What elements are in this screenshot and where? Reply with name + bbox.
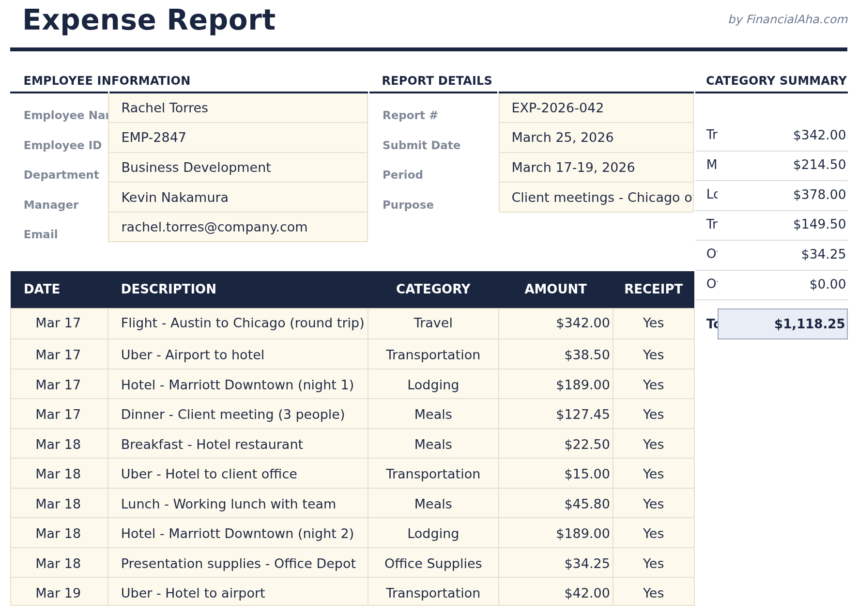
summary-category-label: Transportation <box>695 218 718 231</box>
employee-field-row: Email rachel.torres@company.com <box>10 213 368 243</box>
report-details-section: Report # EXP-2026-042 Submit Date March … <box>369 93 694 213</box>
expense-date: Mar 18 <box>11 488 108 518</box>
expense-description: Flight - Austin to Chicago (round trip) <box>108 308 368 339</box>
expense-amount: $34.25 <box>499 548 613 578</box>
byline: by FinancialAha.com <box>728 14 847 25</box>
expense-date: Mar 19 <box>11 577 108 605</box>
report-details-heading: REPORT DETAILS <box>382 75 492 87</box>
employee-field-value[interactable]: rachel.torres@company.com <box>108 213 368 243</box>
report-field-label: Report # <box>369 93 499 123</box>
employee-field-value[interactable]: EMP-2847 <box>108 123 368 153</box>
expense-row: Mar 18 Presentation supplies - Office De… <box>11 548 694 578</box>
summary-spacer-row <box>695 93 848 122</box>
expense-amount: $45.80 <box>499 488 613 518</box>
employee-field-label: Manager <box>10 183 108 213</box>
column-header-date: DATE <box>11 271 108 308</box>
expense-category: Travel <box>368 308 499 339</box>
expense-receipt: Yes <box>613 369 694 399</box>
report-field-value[interactable]: March 17-19, 2026 <box>499 153 694 183</box>
expense-description: Hotel - Marriott Downtown (night 1) <box>108 369 368 399</box>
expense-date: Mar 17 <box>11 308 108 339</box>
summary-row: Other $0.00 <box>695 271 848 301</box>
report-field-value[interactable]: EXP-2026-042 <box>499 93 694 123</box>
expense-receipt: Yes <box>613 339 694 369</box>
employee-field-value[interactable]: Business Development <box>108 153 368 183</box>
employee-field-value[interactable]: Rachel Torres <box>108 93 368 123</box>
employee-field-label: Employee ID <box>10 123 108 153</box>
expense-amount: $127.45 <box>499 399 613 429</box>
category-summary-heading: CATEGORY SUMMARY <box>706 75 847 87</box>
employee-info-section: Employee Name Rachel Torres Employee ID … <box>10 93 368 243</box>
summary-category-amount: $214.50 <box>718 157 848 172</box>
expense-amount: $189.00 <box>499 369 613 399</box>
expense-description: Hotel - Marriott Downtown (night 2) <box>108 518 368 548</box>
column-header-amount: AMOUNT <box>499 271 613 308</box>
expense-table: DATE DESCRIPTION CATEGORY AMOUNT RECEIPT… <box>10 271 695 606</box>
expense-description: Uber - Airport to hotel <box>108 339 368 369</box>
summary-category-label: Lodging <box>695 188 718 201</box>
expense-description: Dinner - Client meeting (3 people) <box>108 399 368 429</box>
expense-receipt: Yes <box>613 488 694 518</box>
expense-description: Lunch - Working lunch with team <box>108 488 368 518</box>
expense-date: Mar 17 <box>11 399 108 429</box>
expense-amount: $22.50 <box>499 429 613 459</box>
expense-receipt: Yes <box>613 399 694 429</box>
expense-amount: $38.50 <box>499 339 613 369</box>
category-summary-section: Travel $342.00 Meals $214.50 Lodging $37… <box>695 93 848 342</box>
expense-row: Mar 17 Flight - Austin to Chicago (round… <box>11 308 694 339</box>
header-row: DATE DESCRIPTION CATEGORY AMOUNT RECEIPT <box>11 271 694 308</box>
expense-row: Mar 18 Hotel - Marriott Downtown (night … <box>11 518 694 548</box>
report-field-row: Purpose Client meetings - Chicago office <box>369 183 694 213</box>
expense-amount: $15.00 <box>499 458 613 488</box>
expense-description: Uber - Hotel to client office <box>108 458 368 488</box>
report-field-label: Purpose <box>369 183 499 213</box>
expense-category: Lodging <box>368 369 499 399</box>
column-header-description: DESCRIPTION <box>108 271 368 308</box>
summary-row: Lodging $378.00 <box>695 181 848 211</box>
expense-report-page: Expense Report by FinancialAha.com EMPLO… <box>0 0 858 616</box>
expense-row: Mar 18 Uber - Hotel to client office Tra… <box>11 458 694 488</box>
report-field-value[interactable]: March 25, 2026 <box>499 123 694 153</box>
expense-category: Meals <box>368 399 499 429</box>
summary-row: Office Supplies $34.25 <box>695 241 848 271</box>
expense-date: Mar 17 <box>11 339 108 369</box>
employee-field-row: Employee Name Rachel Torres <box>10 93 368 123</box>
report-field-row: Period March 17-19, 2026 <box>369 153 694 183</box>
summary-row: Transportation $149.50 <box>695 211 848 241</box>
employee-field-row: Department Business Development <box>10 153 368 183</box>
expense-row: Mar 18 Breakfast - Hotel restaurant Meal… <box>11 429 694 459</box>
employee-field-label: Email <box>10 213 108 243</box>
expense-category: Transportation <box>368 339 499 369</box>
employee-field-row: Employee ID EMP-2847 <box>10 123 368 153</box>
summary-total-amount: $1,118.25 <box>718 308 848 340</box>
expense-receipt: Yes <box>613 308 694 339</box>
report-field-value[interactable]: Client meetings - Chicago office <box>499 183 694 213</box>
summary-category-label: Office Supplies <box>695 247 718 261</box>
expense-amount: $189.00 <box>499 518 613 548</box>
employee-field-label: Employee Name <box>10 93 108 123</box>
expense-description: Presentation supplies - Office Depot <box>108 548 368 578</box>
expense-category: Transportation <box>368 458 499 488</box>
expense-receipt: Yes <box>613 458 694 488</box>
expense-amount: $42.00 <box>499 577 613 605</box>
expense-date: Mar 17 <box>11 369 108 399</box>
expense-date: Mar 18 <box>11 548 108 578</box>
title-divider <box>10 47 847 51</box>
expense-description: Uber - Hotel to airport <box>108 577 368 605</box>
summary-category-label: Other <box>695 277 718 291</box>
expense-receipt: Yes <box>613 548 694 578</box>
employee-field-value[interactable]: Kevin Nakamura <box>108 183 368 213</box>
expense-amount: $342.00 <box>499 308 613 339</box>
report-field-label: Submit Date <box>369 123 499 153</box>
summary-row: Meals $214.50 <box>695 152 848 182</box>
summary-category-amount: $0.00 <box>718 277 848 292</box>
expense-row: Mar 19 Uber - Hotel to airport Transport… <box>11 577 694 605</box>
report-field-row: Submit Date March 25, 2026 <box>369 123 694 153</box>
expense-date: Mar 18 <box>11 429 108 459</box>
summary-total-label: Total <box>695 318 718 330</box>
summary-row: Travel $342.00 <box>695 122 848 152</box>
employee-field-row: Manager Kevin Nakamura <box>10 183 368 213</box>
expense-receipt: Yes <box>613 577 694 605</box>
page-title: Expense Report <box>22 6 276 34</box>
summary-category-amount: $34.25 <box>718 246 848 262</box>
